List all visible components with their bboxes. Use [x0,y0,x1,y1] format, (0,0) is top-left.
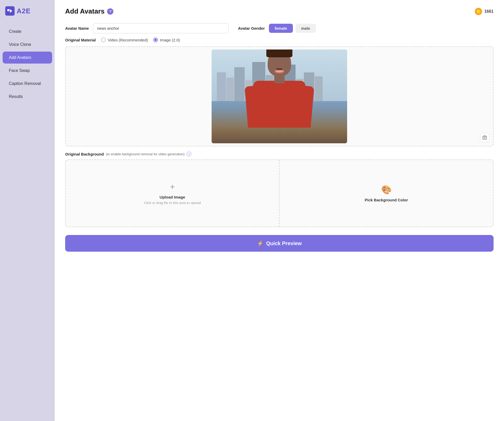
background-info-icon[interactable]: i [187,152,191,156]
upload-image-label: Upload Image [159,195,185,199]
svg-rect-0 [7,9,9,11]
svg-rect-2 [483,136,487,139]
coin-area: 🟡 1661 [475,8,494,15]
avatar-name-label: Avatar Name [65,26,89,30]
background-upload-box[interactable]: + Upload Image Click or drag file to thi… [65,159,494,227]
plus-icon: + [170,182,175,192]
radio-image-option[interactable]: Image (2.0) [153,38,180,42]
bg-upload-inner: + Upload Image Click or drag file to thi… [66,160,493,227]
sidebar-item-create[interactable]: Create [3,26,52,38]
avatar-image-upload-box[interactable] [65,46,494,146]
original-background-sublabel: (to enable background removal for video … [106,152,185,156]
logo-icon [5,6,15,16]
gender-row: female male [269,24,316,33]
upload-image-sublabel: Click or drag file to this area to uploa… [144,201,201,205]
gender-female-button[interactable]: female [269,24,293,33]
avatar-name-gender-row: Avatar Name Avatar Gender female male [65,23,494,33]
upload-image-section[interactable]: + Upload Image Click or drag file to thi… [66,160,280,227]
help-icon[interactable]: ? [107,8,113,15]
original-background-label-row: Original Background (to enable backgroun… [65,152,494,156]
palette-icon: 🎨 [381,185,392,195]
svg-marker-1 [10,9,12,13]
avatar-gender-label: Avatar Gender [238,26,265,30]
sidebar-item-caption-removal[interactable]: Caption Removal [3,78,52,90]
radio-video-label: Video (Recommended) [108,38,148,42]
gender-male-button[interactable]: male [296,24,316,33]
radio-video-option[interactable]: Video (Recommended) [101,38,148,42]
quick-preview-button[interactable]: ⚡ Quick Preview [65,235,494,252]
avatar-name-input[interactable] [93,23,229,33]
sidebar-item-face-swap[interactable]: Face Swap [3,65,52,77]
sidebar-item-voice-clone[interactable]: Voice Clone [3,39,52,51]
pick-bg-color-section[interactable]: 🎨 Pick Background Color [280,160,493,227]
bolt-icon: ⚡ [257,240,263,246]
quick-preview-label: Quick Preview [266,240,302,246]
logo-text: A2E [17,7,31,15]
coin-count: 1661 [484,9,494,14]
coin-icon: 🟡 [475,8,482,15]
sidebar-item-add-avatars[interactable]: Add Avatars [3,52,52,64]
logo-area: A2E [0,6,55,25]
original-material-row: Original Material Video (Recommended) Im… [65,38,494,42]
pick-bg-color-label: Pick Background Color [365,198,408,202]
original-background-label: Original Background [65,152,104,156]
main-content: Add Avatars ? 🟡 1661 Avatar Name Avatar … [55,0,504,421]
sidebar-item-results[interactable]: Results [3,91,52,103]
radio-video-circle [101,38,106,42]
page-title-row: Add Avatars ? [65,7,113,15]
header-bar: Add Avatars ? 🟡 1661 [65,7,494,15]
page-title: Add Avatars [65,7,105,15]
sidebar: A2E Create Voice Clone Add Avatars Face … [0,0,55,421]
original-material-label: Original Material [65,38,96,42]
delete-image-icon[interactable] [480,133,489,142]
radio-image-circle [153,38,158,42]
radio-image-label: Image (2.0) [160,38,180,42]
